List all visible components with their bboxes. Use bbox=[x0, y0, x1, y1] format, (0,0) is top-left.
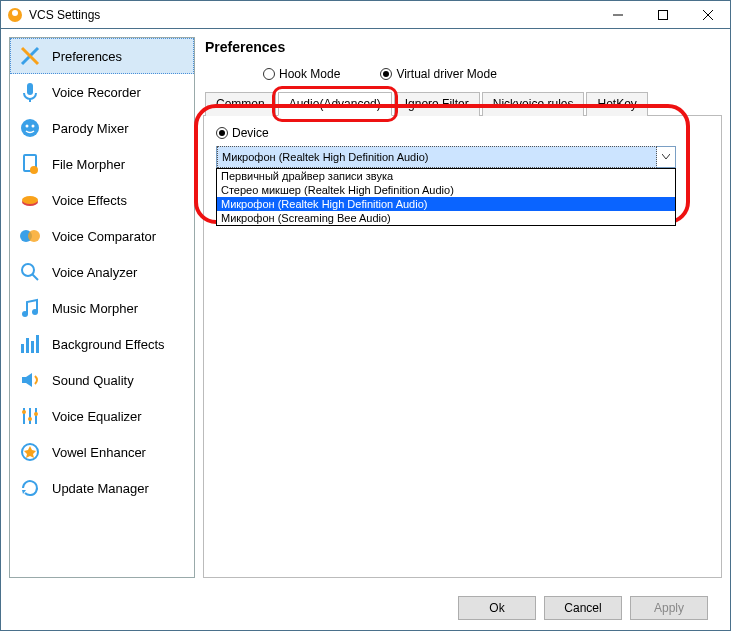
page-title: Preferences bbox=[205, 39, 722, 55]
face-icon bbox=[18, 116, 42, 140]
sidebar-item-voice-analyzer[interactable]: Voice Analyzer bbox=[10, 254, 194, 290]
sidebar-item-voice-equalizer[interactable]: Voice Equalizer bbox=[10, 398, 194, 434]
svg-point-18 bbox=[28, 230, 40, 242]
sidebar-item-vowel-enhancer[interactable]: Vowel Enhancer bbox=[10, 434, 194, 470]
minimize-button[interactable] bbox=[595, 1, 640, 28]
virtual-driver-mode-label: Virtual driver Mode bbox=[396, 67, 497, 81]
close-button[interactable] bbox=[685, 1, 730, 28]
device-option[interactable]: Стерео микшер (Realtek High Definition A… bbox=[217, 183, 675, 197]
device-radio-label: Device bbox=[232, 126, 269, 140]
sidebar-item-parody-mixer[interactable]: Parody Mixer bbox=[10, 110, 194, 146]
virtual-driver-mode-radio[interactable]: Virtual driver Mode bbox=[380, 67, 497, 81]
tab-nickvoice-rules[interactable]: Nickvoice rules bbox=[482, 92, 585, 116]
sidebar-item-label: Music Morpher bbox=[52, 301, 138, 316]
dialog-footer: Ok Cancel Apply bbox=[1, 586, 730, 630]
tab-audio-advanced-[interactable]: Audio(Advanced) bbox=[278, 92, 392, 116]
sidebar-item-sound-quality[interactable]: Sound Quality bbox=[10, 362, 194, 398]
svg-rect-26 bbox=[36, 335, 39, 353]
svg-line-20 bbox=[32, 274, 38, 280]
radio-icon bbox=[216, 127, 228, 139]
maximize-button[interactable] bbox=[640, 1, 685, 28]
device-selected-value: Микрофон (Realtek High Definition Audio) bbox=[217, 146, 657, 168]
main-panel: Preferences Hook Mode Virtual driver Mod… bbox=[203, 37, 722, 578]
bars-icon bbox=[18, 332, 42, 356]
chevron-down-icon bbox=[657, 147, 675, 167]
sidebar-item-voice-effects[interactable]: Voice Effects bbox=[10, 182, 194, 218]
radio-icon bbox=[380, 68, 392, 80]
svg-rect-3 bbox=[658, 10, 667, 19]
sidebar-item-label: Voice Analyzer bbox=[52, 265, 137, 280]
sidebar-item-label: Voice Equalizer bbox=[52, 409, 142, 424]
sidebar-item-label: Parody Mixer bbox=[52, 121, 129, 136]
window-title: VCS Settings bbox=[29, 8, 595, 22]
svg-point-16 bbox=[22, 196, 38, 204]
device-dropdown: Первичный драйвер записи звукаСтерео мик… bbox=[216, 168, 676, 226]
sidebar-item-voice-recorder[interactable]: Voice Recorder bbox=[10, 74, 194, 110]
svg-point-14 bbox=[30, 166, 38, 174]
radio-icon bbox=[263, 68, 275, 80]
svg-rect-8 bbox=[27, 83, 33, 95]
title-bar: VCS Settings bbox=[1, 1, 730, 29]
svg-rect-24 bbox=[26, 338, 29, 353]
svg-point-11 bbox=[26, 125, 29, 128]
device-option[interactable]: Микрофон (Realtek High Definition Audio) bbox=[217, 197, 675, 211]
sidebar: PreferencesVoice RecorderParody MixerFil… bbox=[9, 37, 195, 578]
sidebar-item-label: Update Manager bbox=[52, 481, 149, 496]
sidebar-item-label: File Morpher bbox=[52, 157, 125, 172]
svg-point-1 bbox=[12, 10, 18, 16]
device-radio[interactable]: Device bbox=[216, 126, 713, 140]
music-icon bbox=[18, 296, 42, 320]
sidebar-item-music-morpher[interactable]: Music Morpher bbox=[10, 290, 194, 326]
apply-button[interactable]: Apply bbox=[630, 596, 708, 620]
tab-bar: CommonAudio(Advanced)Ignore FilterNickvo… bbox=[203, 91, 722, 116]
device-option[interactable]: Первичный драйвер записи звука bbox=[217, 169, 675, 183]
device-combobox[interactable]: Микрофон (Realtek High Definition Audio)… bbox=[216, 146, 676, 168]
svg-point-22 bbox=[32, 309, 38, 315]
app-icon bbox=[7, 7, 23, 23]
sidebar-item-label: Preferences bbox=[52, 49, 122, 64]
sidebar-item-voice-comparator[interactable]: Voice Comparator bbox=[10, 218, 194, 254]
file-icon bbox=[18, 152, 42, 176]
analyze-icon bbox=[18, 260, 42, 284]
ok-button[interactable]: Ok bbox=[458, 596, 536, 620]
sidebar-item-preferences[interactable]: Preferences bbox=[10, 38, 194, 74]
sidebar-item-file-morpher[interactable]: File Morpher bbox=[10, 146, 194, 182]
update-icon bbox=[18, 476, 42, 500]
close-icon bbox=[703, 10, 713, 20]
speaker-icon bbox=[18, 368, 42, 392]
mode-selector: Hook Mode Virtual driver Mode bbox=[203, 63, 722, 91]
svg-rect-25 bbox=[31, 341, 34, 353]
sidebar-item-update-manager[interactable]: Update Manager bbox=[10, 470, 194, 506]
sidebar-item-label: Voice Comparator bbox=[52, 229, 156, 244]
svg-point-32 bbox=[34, 412, 38, 416]
enhance-icon bbox=[18, 440, 42, 464]
svg-point-30 bbox=[22, 410, 26, 414]
hook-mode-label: Hook Mode bbox=[279, 67, 340, 81]
sidebar-item-label: Background Effects bbox=[52, 337, 165, 352]
svg-rect-23 bbox=[21, 344, 24, 353]
svg-point-12 bbox=[32, 125, 35, 128]
svg-point-21 bbox=[22, 311, 28, 317]
sidebar-item-label: Voice Recorder bbox=[52, 85, 141, 100]
mouth-icon bbox=[18, 188, 42, 212]
device-option[interactable]: Микрофон (Screaming Bee Audio) bbox=[217, 211, 675, 225]
maximize-icon bbox=[658, 10, 668, 20]
svg-point-31 bbox=[28, 417, 32, 421]
compare-icon bbox=[18, 224, 42, 248]
sidebar-item-background-effects[interactable]: Background Effects bbox=[10, 326, 194, 362]
hook-mode-radio[interactable]: Hook Mode bbox=[263, 67, 340, 81]
sidebar-item-label: Sound Quality bbox=[52, 373, 134, 388]
mic-icon bbox=[18, 80, 42, 104]
tab-ignore-filter[interactable]: Ignore Filter bbox=[394, 92, 480, 116]
tools-icon bbox=[18, 44, 42, 68]
tab-hotkey[interactable]: HotKey bbox=[586, 92, 647, 116]
eq-icon bbox=[18, 404, 42, 428]
tab-content: Device Микрофон (Realtek High Definition… bbox=[203, 116, 722, 578]
sidebar-item-label: Vowel Enhancer bbox=[52, 445, 146, 460]
svg-point-10 bbox=[21, 119, 39, 137]
minimize-icon bbox=[613, 10, 623, 20]
cancel-button[interactable]: Cancel bbox=[544, 596, 622, 620]
sidebar-item-label: Voice Effects bbox=[52, 193, 127, 208]
tab-common[interactable]: Common bbox=[205, 92, 276, 116]
settings-window: VCS Settings PreferencesVoice RecorderPa… bbox=[0, 0, 731, 631]
